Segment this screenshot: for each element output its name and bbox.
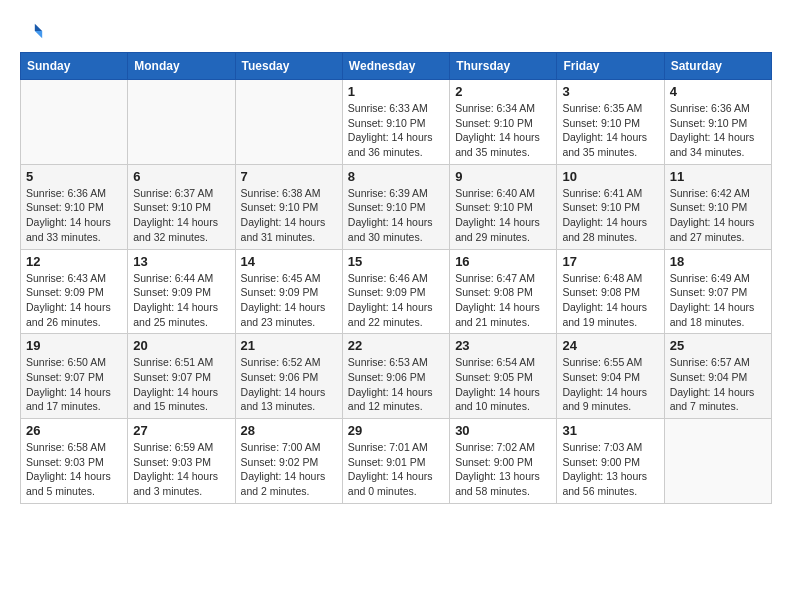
day-number: 17 [562, 254, 658, 269]
day-number: 4 [670, 84, 766, 99]
day-number: 26 [26, 423, 122, 438]
day-info: Sunrise: 6:38 AMSunset: 9:10 PMDaylight:… [241, 186, 337, 245]
logo-icon [22, 20, 44, 42]
weekday-header-tuesday: Tuesday [235, 53, 342, 80]
day-number: 23 [455, 338, 551, 353]
day-info: Sunrise: 7:03 AMSunset: 9:00 PMDaylight:… [562, 440, 658, 499]
calendar-week-row: 19Sunrise: 6:50 AMSunset: 9:07 PMDayligh… [21, 334, 772, 419]
weekday-header-monday: Monday [128, 53, 235, 80]
calendar-week-row: 12Sunrise: 6:43 AMSunset: 9:09 PMDayligh… [21, 249, 772, 334]
calendar-body: 1Sunrise: 6:33 AMSunset: 9:10 PMDaylight… [21, 80, 772, 504]
calendar-week-row: 26Sunrise: 6:58 AMSunset: 9:03 PMDayligh… [21, 419, 772, 504]
day-info: Sunrise: 6:57 AMSunset: 9:04 PMDaylight:… [670, 355, 766, 414]
day-number: 5 [26, 169, 122, 184]
calendar-cell: 20Sunrise: 6:51 AMSunset: 9:07 PMDayligh… [128, 334, 235, 419]
day-info: Sunrise: 6:36 AMSunset: 9:10 PMDaylight:… [670, 101, 766, 160]
day-number: 24 [562, 338, 658, 353]
day-info: Sunrise: 6:35 AMSunset: 9:10 PMDaylight:… [562, 101, 658, 160]
day-number: 3 [562, 84, 658, 99]
page-header [20, 20, 772, 42]
calendar-cell: 18Sunrise: 6:49 AMSunset: 9:07 PMDayligh… [664, 249, 771, 334]
calendar-cell: 11Sunrise: 6:42 AMSunset: 9:10 PMDayligh… [664, 164, 771, 249]
day-number: 1 [348, 84, 444, 99]
calendar-week-row: 5Sunrise: 6:36 AMSunset: 9:10 PMDaylight… [21, 164, 772, 249]
day-info: Sunrise: 6:50 AMSunset: 9:07 PMDaylight:… [26, 355, 122, 414]
day-info: Sunrise: 6:42 AMSunset: 9:10 PMDaylight:… [670, 186, 766, 245]
calendar-week-row: 1Sunrise: 6:33 AMSunset: 9:10 PMDaylight… [21, 80, 772, 165]
calendar-table: SundayMondayTuesdayWednesdayThursdayFrid… [20, 52, 772, 504]
day-info: Sunrise: 6:46 AMSunset: 9:09 PMDaylight:… [348, 271, 444, 330]
calendar-cell: 8Sunrise: 6:39 AMSunset: 9:10 PMDaylight… [342, 164, 449, 249]
day-number: 11 [670, 169, 766, 184]
day-number: 13 [133, 254, 229, 269]
calendar-cell [21, 80, 128, 165]
calendar-cell: 15Sunrise: 6:46 AMSunset: 9:09 PMDayligh… [342, 249, 449, 334]
day-info: Sunrise: 6:58 AMSunset: 9:03 PMDaylight:… [26, 440, 122, 499]
calendar-cell: 24Sunrise: 6:55 AMSunset: 9:04 PMDayligh… [557, 334, 664, 419]
day-info: Sunrise: 6:36 AMSunset: 9:10 PMDaylight:… [26, 186, 122, 245]
calendar-cell: 23Sunrise: 6:54 AMSunset: 9:05 PMDayligh… [450, 334, 557, 419]
day-number: 12 [26, 254, 122, 269]
day-number: 6 [133, 169, 229, 184]
day-info: Sunrise: 6:40 AMSunset: 9:10 PMDaylight:… [455, 186, 551, 245]
calendar-cell: 12Sunrise: 6:43 AMSunset: 9:09 PMDayligh… [21, 249, 128, 334]
calendar-cell: 10Sunrise: 6:41 AMSunset: 9:10 PMDayligh… [557, 164, 664, 249]
day-info: Sunrise: 6:39 AMSunset: 9:10 PMDaylight:… [348, 186, 444, 245]
day-info: Sunrise: 6:44 AMSunset: 9:09 PMDaylight:… [133, 271, 229, 330]
calendar-cell: 27Sunrise: 6:59 AMSunset: 9:03 PMDayligh… [128, 419, 235, 504]
day-number: 20 [133, 338, 229, 353]
day-number: 8 [348, 169, 444, 184]
calendar-cell: 19Sunrise: 6:50 AMSunset: 9:07 PMDayligh… [21, 334, 128, 419]
day-info: Sunrise: 6:47 AMSunset: 9:08 PMDaylight:… [455, 271, 551, 330]
weekday-header-wednesday: Wednesday [342, 53, 449, 80]
weekday-header-saturday: Saturday [664, 53, 771, 80]
weekday-header-row: SundayMondayTuesdayWednesdayThursdayFrid… [21, 53, 772, 80]
day-number: 16 [455, 254, 551, 269]
calendar-cell: 14Sunrise: 6:45 AMSunset: 9:09 PMDayligh… [235, 249, 342, 334]
day-number: 15 [348, 254, 444, 269]
day-number: 25 [670, 338, 766, 353]
calendar-cell [128, 80, 235, 165]
day-number: 30 [455, 423, 551, 438]
day-number: 29 [348, 423, 444, 438]
weekday-header-sunday: Sunday [21, 53, 128, 80]
day-number: 2 [455, 84, 551, 99]
day-info: Sunrise: 6:37 AMSunset: 9:10 PMDaylight:… [133, 186, 229, 245]
day-number: 7 [241, 169, 337, 184]
logo [20, 20, 44, 42]
day-info: Sunrise: 7:01 AMSunset: 9:01 PMDaylight:… [348, 440, 444, 499]
day-number: 10 [562, 169, 658, 184]
calendar-header: SundayMondayTuesdayWednesdayThursdayFrid… [21, 53, 772, 80]
calendar-cell: 26Sunrise: 6:58 AMSunset: 9:03 PMDayligh… [21, 419, 128, 504]
calendar-cell: 17Sunrise: 6:48 AMSunset: 9:08 PMDayligh… [557, 249, 664, 334]
calendar-cell: 25Sunrise: 6:57 AMSunset: 9:04 PMDayligh… [664, 334, 771, 419]
day-number: 27 [133, 423, 229, 438]
calendar-cell: 16Sunrise: 6:47 AMSunset: 9:08 PMDayligh… [450, 249, 557, 334]
calendar-cell: 7Sunrise: 6:38 AMSunset: 9:10 PMDaylight… [235, 164, 342, 249]
calendar-cell: 22Sunrise: 6:53 AMSunset: 9:06 PMDayligh… [342, 334, 449, 419]
calendar-cell: 6Sunrise: 6:37 AMSunset: 9:10 PMDaylight… [128, 164, 235, 249]
day-number: 19 [26, 338, 122, 353]
calendar-cell: 3Sunrise: 6:35 AMSunset: 9:10 PMDaylight… [557, 80, 664, 165]
day-number: 28 [241, 423, 337, 438]
weekday-header-friday: Friday [557, 53, 664, 80]
calendar-cell: 1Sunrise: 6:33 AMSunset: 9:10 PMDaylight… [342, 80, 449, 165]
calendar-cell: 21Sunrise: 6:52 AMSunset: 9:06 PMDayligh… [235, 334, 342, 419]
day-number: 18 [670, 254, 766, 269]
calendar-cell: 13Sunrise: 6:44 AMSunset: 9:09 PMDayligh… [128, 249, 235, 334]
weekday-header-thursday: Thursday [450, 53, 557, 80]
calendar-cell [664, 419, 771, 504]
day-number: 31 [562, 423, 658, 438]
day-info: Sunrise: 7:02 AMSunset: 9:00 PMDaylight:… [455, 440, 551, 499]
svg-marker-0 [35, 24, 42, 31]
day-info: Sunrise: 6:41 AMSunset: 9:10 PMDaylight:… [562, 186, 658, 245]
day-info: Sunrise: 6:51 AMSunset: 9:07 PMDaylight:… [133, 355, 229, 414]
calendar-cell [235, 80, 342, 165]
calendar-cell: 30Sunrise: 7:02 AMSunset: 9:00 PMDayligh… [450, 419, 557, 504]
day-info: Sunrise: 6:52 AMSunset: 9:06 PMDaylight:… [241, 355, 337, 414]
day-info: Sunrise: 6:48 AMSunset: 9:08 PMDaylight:… [562, 271, 658, 330]
day-info: Sunrise: 6:55 AMSunset: 9:04 PMDaylight:… [562, 355, 658, 414]
calendar-cell: 5Sunrise: 6:36 AMSunset: 9:10 PMDaylight… [21, 164, 128, 249]
day-info: Sunrise: 6:43 AMSunset: 9:09 PMDaylight:… [26, 271, 122, 330]
day-number: 21 [241, 338, 337, 353]
